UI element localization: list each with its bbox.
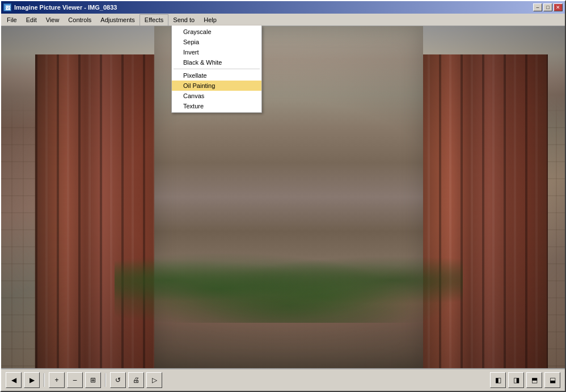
toolbar-extra-button-2[interactable]: ◨ <box>508 372 524 388</box>
extra-icon-1: ◧ <box>495 376 501 384</box>
effects-pixellate[interactable]: Pixellate <box>172 70 261 81</box>
toolbar-zoomout-button[interactable]: – <box>67 372 83 388</box>
menu-item-file[interactable]: File <box>2 14 22 26</box>
toolbar-separator-2 <box>105 373 106 387</box>
rotate-icon: ↺ <box>115 376 121 384</box>
menu-item-adjustments[interactable]: Adjustments <box>96 14 140 26</box>
effects-sepia[interactable]: Sepia <box>172 37 261 47</box>
title-buttons: – □ ✕ <box>533 3 563 11</box>
menu-item-controls[interactable]: Controls <box>64 14 96 26</box>
print-icon: 🖨 <box>133 376 140 384</box>
effects-dropdown: Grayscale Sepia Invert Black & White Pix… <box>171 26 262 113</box>
toolbar-extra-button-4[interactable]: ⬓ <box>544 372 560 388</box>
toolbar-next-button[interactable]: ▶ <box>24 372 40 388</box>
zoomin-icon: + <box>54 376 58 384</box>
main-window: 🖼 Imagine Picture Viewer - IMG_0833 – □ … <box>0 0 566 392</box>
menu-separator <box>174 69 260 69</box>
effects-grayscale[interactable]: Grayscale <box>172 27 261 37</box>
effects-invert[interactable]: Invert <box>172 47 261 57</box>
city-image <box>1 26 565 368</box>
extra-icon-4: ⬓ <box>550 376 556 384</box>
bottom-toolbar: ◀ ▶ + – ⊞ ↺ 🖨 ▷ ◧ ◨ ⬒ <box>1 368 565 391</box>
effects-canvas[interactable]: Canvas <box>172 91 261 101</box>
menu-item-view[interactable]: View <box>41 14 64 26</box>
foliage <box>115 238 463 323</box>
toolbar-extra-button-3[interactable]: ⬒ <box>526 372 542 388</box>
close-button[interactable]: ✕ <box>554 3 563 11</box>
toolbar-slideshow-button[interactable]: ▷ <box>146 372 162 388</box>
toolbar-fitpage-button[interactable]: ⊞ <box>85 372 101 388</box>
toolbar-prev-button[interactable]: ◀ <box>6 372 22 388</box>
menu-item-sendto[interactable]: Send to <box>168 14 199 26</box>
extra-icon-3: ⬒ <box>531 376 538 384</box>
app-icon: 🖼 <box>3 3 11 11</box>
slideshow-icon: ▷ <box>152 376 157 384</box>
minimize-button[interactable]: – <box>533 3 542 11</box>
window-title: Imagine Picture Viewer - IMG_0833 <box>14 4 117 11</box>
next-icon: ▶ <box>29 376 35 384</box>
prev-icon: ◀ <box>11 376 16 384</box>
toolbar-extra-button-1[interactable]: ◧ <box>490 372 506 388</box>
menu-item-help[interactable]: Help <box>199 14 221 26</box>
menu-item-effects[interactable]: Effects <box>140 14 168 26</box>
content-area <box>1 26 565 368</box>
toolbar-print-button[interactable]: 🖨 <box>128 372 144 388</box>
effects-blackwhite[interactable]: Black & White <box>172 57 261 68</box>
image-container <box>1 26 565 368</box>
maximize-button[interactable]: □ <box>543 3 552 11</box>
toolbar-separator-1 <box>44 373 45 387</box>
menu-item-edit[interactable]: Edit <box>22 14 41 26</box>
toolbar-rotate-button[interactable]: ↺ <box>110 372 126 388</box>
extra-icon-2: ◨ <box>513 376 519 384</box>
effects-oilpainting[interactable]: Oil Painting <box>172 81 261 91</box>
fitpage-icon: ⊞ <box>90 376 96 384</box>
effects-texture[interactable]: Texture <box>172 101 261 111</box>
toolbar-zoomin-button[interactable]: + <box>49 372 65 388</box>
menu-bar: File Edit View Controls Adjustments Effe… <box>1 14 565 26</box>
zoomout-icon: – <box>73 376 77 384</box>
title-bar-text: 🖼 Imagine Picture Viewer - IMG_0833 <box>3 3 117 11</box>
title-bar: 🖼 Imagine Picture Viewer - IMG_0833 – □ … <box>1 1 565 14</box>
